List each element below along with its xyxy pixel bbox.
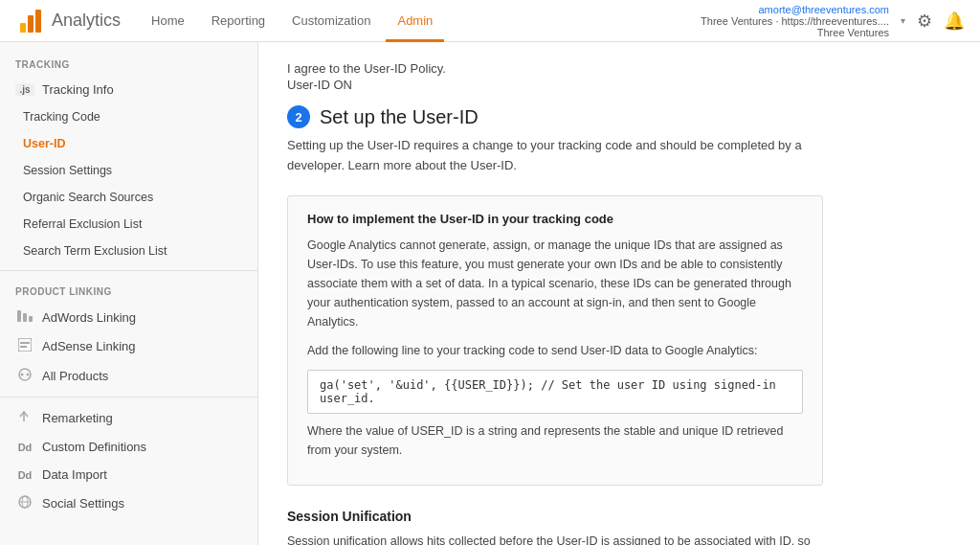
svg-rect-3 (35, 10, 41, 33)
sidebar: Tracking .js Tracking Info Tracking Code… (0, 42, 258, 545)
user-org: Three Ventures · https://threeventures..… (701, 15, 889, 27)
sidebar-label-social-settings: Social Settings (42, 496, 124, 511)
svg-point-12 (27, 374, 30, 376)
session-unification-title: Session Unification (287, 509, 951, 524)
info-box-paragraph1: Google Analytics cannot generate, assign… (307, 236, 803, 331)
sidebar-label-tracking-code: Tracking Code (23, 110, 100, 124)
nav-customization[interactable]: Customization (280, 0, 382, 42)
social-settings-icon (15, 495, 34, 511)
user-id-status: User-ID ON (287, 78, 951, 92)
all-products-icon (15, 368, 34, 384)
page-title: Set up the User-ID (320, 106, 479, 128)
session-unification-section: Session Unification Session unification … (287, 509, 951, 545)
settings-icon[interactable]: ⚙ (917, 11, 932, 32)
step-badge: 2 (287, 105, 310, 128)
logo: Analytics (15, 6, 121, 36)
sidebar-label-adsense: AdSense Linking (42, 339, 136, 353)
sidebar-item-adsense[interactable]: AdSense Linking (0, 331, 257, 361)
sidebar-label-tracking-info: Tracking Info (42, 82, 114, 97)
ga-logo-icon (15, 6, 46, 36)
sidebar-label-custom-definitions: Custom Definitions (42, 440, 146, 454)
user-company: Three Ventures (701, 27, 889, 38)
remarketing-icon (15, 410, 34, 426)
svg-rect-1 (20, 23, 26, 33)
sidebar-label-adwords: AdWords Linking (42, 310, 136, 325)
svg-rect-6 (29, 316, 33, 322)
data-import-icon: Dd (15, 469, 34, 481)
sidebar-label-session-settings: Session Settings (23, 164, 112, 177)
svg-rect-7 (18, 338, 32, 352)
nav-admin[interactable]: Admin (386, 0, 444, 42)
session-unification-text: Session unification allows hits collecte… (287, 532, 823, 545)
sidebar-item-adwords[interactable]: AdWords Linking (0, 303, 257, 331)
sidebar-label-remarketing: Remarketing (42, 411, 113, 425)
nav-reporting[interactable]: Reporting (200, 0, 277, 42)
info-box: How to implement the User-ID in your tra… (287, 195, 823, 486)
svg-rect-8 (20, 342, 30, 344)
sidebar-item-tracking-code[interactable]: Tracking Code (0, 103, 257, 130)
sidebar-item-session-settings[interactable]: Session Settings (0, 157, 257, 184)
user-email[interactable]: amorte@threeventures.com (701, 4, 889, 15)
sidebar-item-data-import[interactable]: Dd Data Import (0, 461, 257, 488)
sidebar-label-referral-exclusion: Referral Exclusion List (23, 217, 142, 231)
sidebar-label-search-term: Search Term Exclusion List (23, 244, 167, 258)
sidebar-item-organic-search[interactable]: Organic Search Sources (0, 184, 257, 211)
sidebar-divider-1 (0, 270, 257, 271)
user-dropdown-icon[interactable]: ▾ (901, 15, 905, 26)
adwords-icon (15, 309, 34, 325)
sidebar-item-search-term[interactable]: Search Term Exclusion List (0, 238, 257, 264)
info-box-paragraph3: Where the value of USER_ID is a string a… (307, 421, 803, 460)
user-info: amorte@threeventures.com Three Ventures … (701, 4, 889, 38)
info-box-paragraph2: Add the following line to your tracking … (307, 341, 803, 360)
sidebar-divider-2 (0, 397, 257, 397)
logo-text: Analytics (52, 11, 121, 31)
info-box-title: How to implement the User-ID in your tra… (307, 212, 803, 226)
svg-rect-9 (20, 346, 27, 348)
policy-text: I agree to the User-ID Policy. (287, 61, 446, 76)
policy-link-text[interactable]: I agree to the User-ID Policy. (287, 61, 951, 76)
sidebar-item-user-id[interactable]: User-ID (0, 130, 257, 157)
sidebar-item-remarketing[interactable]: Remarketing (0, 403, 257, 433)
svg-point-11 (21, 374, 24, 376)
main-nav: Home Reporting Customization Admin (140, 0, 701, 42)
svg-rect-5 (23, 313, 27, 322)
js-icon: .js (15, 83, 34, 96)
sidebar-label-user-id: User-ID (23, 137, 65, 150)
layout: Tracking .js Tracking Info Tracking Code… (0, 42, 980, 545)
sidebar-item-tracking-info[interactable]: .js Tracking Info (0, 76, 257, 103)
svg-rect-2 (28, 15, 33, 33)
main-content: I agree to the User-ID Policy. User-ID O… (258, 42, 980, 545)
tracking-section-header: Tracking (0, 50, 257, 76)
sidebar-item-all-products[interactable]: All Products (0, 361, 257, 391)
header-right: amorte@threeventures.com Three Ventures … (701, 4, 965, 38)
nav-home[interactable]: Home (140, 0, 196, 42)
page-description: Setting up the User-ID requires a change… (287, 136, 861, 176)
code-snippet[interactable]: ga('set', '&uid', {{USER_ID}}); // Set t… (307, 370, 803, 414)
product-linking-header: PRODUCT LINKING (0, 277, 257, 303)
svg-rect-4 (17, 310, 21, 322)
custom-definitions-icon: Dd (15, 442, 34, 453)
sidebar-label-all-products: All Products (42, 369, 108, 383)
sidebar-label-organic-search: Organic Search Sources (23, 191, 153, 204)
sidebar-item-referral-exclusion[interactable]: Referral Exclusion List (0, 211, 257, 238)
sidebar-item-social-settings[interactable]: Social Settings (0, 488, 257, 518)
adsense-icon (15, 338, 34, 354)
page-header: 2 Set up the User-ID (287, 105, 951, 128)
sidebar-item-custom-definitions[interactable]: Dd Custom Definitions (0, 433, 257, 461)
header: Analytics Home Reporting Customization A… (0, 0, 980, 42)
sidebar-label-data-import: Data Import (42, 467, 107, 482)
notifications-icon[interactable]: 🔔 (944, 11, 965, 32)
